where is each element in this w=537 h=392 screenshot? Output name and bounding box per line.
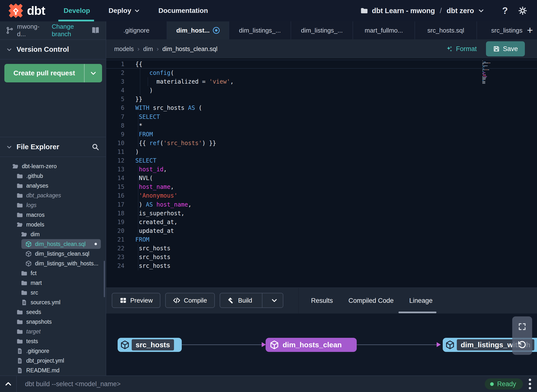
dbt-logo-icon[interactable] bbox=[9, 3, 23, 18]
tree-item-pill: dbt-learn-zero bbox=[12, 161, 106, 171]
tree-item-pill: dim_listings_clean.sql bbox=[25, 249, 106, 259]
new-tab-button[interactable]: + bbox=[523, 21, 537, 39]
code-line-24: 24 src_hosts bbox=[106, 261, 537, 270]
tree-item-pill: dim_hosts_clean.sql bbox=[21, 239, 101, 249]
file-tree-scrollbar[interactable] bbox=[104, 261, 105, 297]
button-label: Build bbox=[238, 297, 252, 304]
line-number: 1 bbox=[106, 60, 135, 69]
breadcrumb-separator: › bbox=[157, 45, 159, 53]
code-line-7: 7 SELECT bbox=[106, 113, 537, 121]
docs-book-icon[interactable] bbox=[91, 26, 100, 35]
code-line-15: 15 host_name, bbox=[106, 183, 537, 191]
kebab-menu-icon[interactable] bbox=[529, 379, 531, 389]
line-number: 18 bbox=[106, 209, 135, 218]
tree-item-dim-hosts-clean-sql[interactable]: dim_hosts_clean.sql bbox=[0, 239, 106, 249]
refresh-icon[interactable] bbox=[518, 340, 527, 349]
breadcrumb-separator: › bbox=[138, 45, 140, 53]
build-button[interactable]: Build bbox=[220, 293, 283, 308]
editor-tab-dim-host-[interactable]: dim_host... bbox=[167, 21, 229, 39]
folder-icon bbox=[17, 309, 23, 315]
tree-item-dbt-packages[interactable]: dbt_packages bbox=[0, 191, 106, 200]
tree-item-dbt-project-yml[interactable]: dbt_project.yml bbox=[0, 356, 106, 366]
nav-item-deploy[interactable]: Deploy bbox=[109, 7, 140, 15]
line-number: 20 bbox=[106, 226, 135, 235]
nav-item-develop[interactable]: Develop bbox=[64, 7, 90, 15]
tree-item-snapshots[interactable]: snapshots bbox=[0, 317, 106, 327]
tree-item-pill: macros bbox=[17, 210, 106, 220]
command-input[interactable]: dbt build --select <model_name> bbox=[25, 380, 121, 388]
editor-toolbar: models›dim›dim_hosts_clean.sql Format Sa… bbox=[106, 39, 537, 58]
tree-item-seeds[interactable]: seeds bbox=[0, 307, 106, 317]
chevron-down-icon[interactable] bbox=[6, 144, 12, 150]
compile-button[interactable]: Compile bbox=[165, 293, 215, 308]
code-line-12: 12SELECT bbox=[106, 156, 537, 165]
lineage-node-src-hosts[interactable]: src_hosts bbox=[118, 338, 182, 352]
project-selector[interactable]: dbt Learn - mwong / dbt zero ? bbox=[360, 6, 527, 16]
tree-item-dim[interactable]: dim bbox=[0, 229, 106, 239]
code-line-3: 3 materialized = 'view', bbox=[106, 77, 537, 86]
indent-guide bbox=[148, 77, 148, 86]
editor-tab--gitignore[interactable]: .gitignore bbox=[106, 21, 167, 39]
code-text: created_at, bbox=[135, 218, 177, 226]
editor-tab-dim-listings-[interactable]: dim_listings_... bbox=[291, 21, 353, 39]
editor-minimap[interactable] bbox=[482, 61, 498, 84]
code-text: ) bbox=[135, 148, 139, 156]
tree-item-label: fct bbox=[31, 270, 36, 277]
preview-button[interactable]: Preview bbox=[112, 293, 160, 308]
help-button[interactable]: ? bbox=[502, 6, 508, 16]
tree-item-dbt-learn-zero[interactable]: dbt-learn-zero bbox=[0, 161, 106, 171]
code-text: FROM bbox=[135, 235, 149, 244]
panel-tab-results[interactable]: Results bbox=[311, 297, 333, 305]
code-editor[interactable]: 1{{2 config(3 materialized = 'view',4 )5… bbox=[106, 58, 537, 287]
editor-tab-dim-listings-[interactable]: dim_listings_... bbox=[229, 21, 291, 39]
folder-icon bbox=[21, 270, 27, 277]
pull-request-dropdown[interactable] bbox=[85, 70, 102, 77]
chevron-up-icon bbox=[4, 380, 12, 388]
lineage-node-dim-hosts-clean[interactable]: dim_hosts_clean bbox=[266, 338, 357, 352]
tree-item-mart[interactable]: mart bbox=[0, 278, 106, 288]
collapse-panel-button[interactable] bbox=[0, 376, 17, 392]
fullscreen-icon[interactable] bbox=[518, 322, 527, 331]
tree-item-sources-yml[interactable]: sources.yml bbox=[0, 297, 106, 307]
tree-item-readme-md[interactable]: README.md bbox=[0, 366, 106, 375]
tree-item-dim-listings-clean-sql[interactable]: dim_listings_clean.sql bbox=[0, 249, 106, 259]
line-number: 8 bbox=[106, 121, 135, 130]
editor-tab-mart-fullmo-[interactable]: mart_fullmo... bbox=[353, 21, 415, 39]
file-explorer-title: File Explorer bbox=[17, 143, 59, 151]
build-dropdown[interactable] bbox=[266, 293, 283, 307]
tree-item-pill: models bbox=[17, 220, 106, 229]
lineage-canvas[interactable]: src_hostsdim_hosts_cleandim_listings_wit… bbox=[106, 314, 537, 375]
tree-item--github[interactable]: .github bbox=[0, 171, 106, 181]
save-button[interactable]: Save bbox=[486, 41, 525, 56]
tree-item-dim-listings-with-hosts-[interactable]: dim_listings_with_hosts... bbox=[0, 259, 106, 268]
editor-tab-src-hosts-sql[interactable]: src_hosts.sql bbox=[415, 21, 477, 39]
tree-item-analyses[interactable]: analyses bbox=[0, 181, 106, 191]
tree-item-macros[interactable]: macros bbox=[0, 210, 106, 220]
lineage-arrow-icon bbox=[437, 342, 441, 347]
folder-icon bbox=[17, 328, 23, 335]
tree-item-fct[interactable]: fct bbox=[0, 268, 106, 278]
format-button[interactable]: Format bbox=[446, 45, 477, 53]
tree-item-models[interactable]: models bbox=[0, 220, 106, 229]
panel-tab-compiled-code[interactable]: Compiled Code bbox=[348, 297, 394, 305]
code-text: is_superhost, bbox=[135, 209, 184, 218]
change-branch-link[interactable]: Change branch bbox=[52, 23, 91, 38]
panel-tab-lineage[interactable]: Lineage bbox=[409, 297, 433, 305]
tree-item-src[interactable]: src bbox=[0, 288, 106, 297]
tree-item-tests[interactable]: tests bbox=[0, 336, 106, 346]
gear-icon[interactable] bbox=[518, 6, 527, 15]
editor-tabbar: .gitignoredim_host...dim_listings_...dim… bbox=[106, 21, 537, 39]
tree-item-logs[interactable]: logs bbox=[0, 200, 106, 210]
tree-item-label: dbt-learn-zero bbox=[22, 163, 57, 170]
button-divider bbox=[262, 293, 262, 307]
tree-item-target[interactable]: target bbox=[0, 327, 106, 336]
create-pull-request-label: Create pull request bbox=[4, 69, 84, 77]
tree-item--gitignore[interactable]: .gitignore bbox=[0, 346, 106, 356]
create-pull-request-button[interactable]: Create pull request bbox=[4, 64, 102, 82]
folder-open-icon bbox=[21, 231, 27, 238]
nav-item-documentation[interactable]: Documentation bbox=[158, 7, 208, 15]
tab-label: dim_listings_... bbox=[239, 27, 281, 34]
chevron-down-icon[interactable] bbox=[6, 47, 12, 52]
chevron-down-icon bbox=[478, 8, 484, 14]
search-icon[interactable] bbox=[92, 143, 99, 151]
